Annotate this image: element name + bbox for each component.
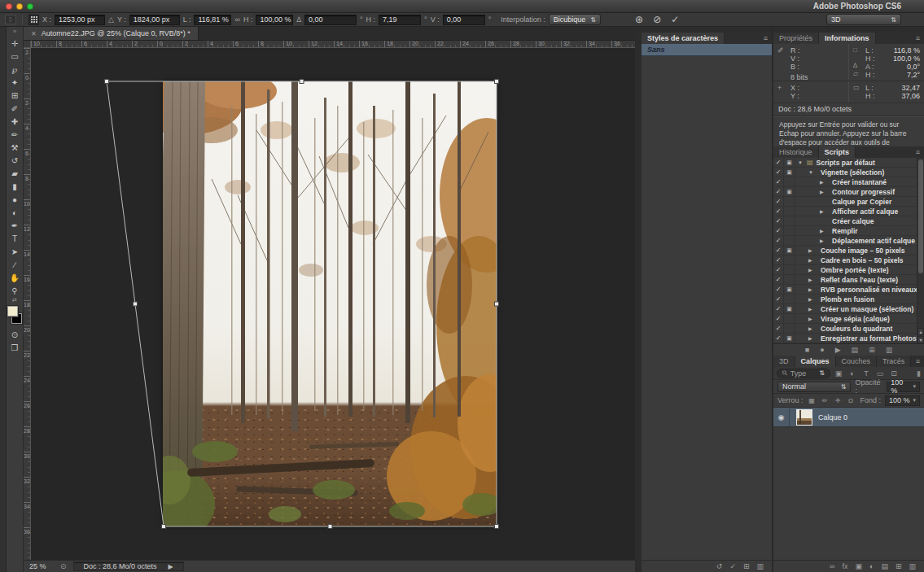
type-tool[interactable]: T (7, 232, 23, 245)
action-enabled-checkbox[interactable]: ✓ (773, 314, 784, 323)
tab-character-styles[interactable]: Styles de caractères (642, 33, 725, 44)
expand-arrow-icon[interactable]: ▼ (798, 160, 804, 165)
action-dialog-toggle[interactable]: ▣ (784, 168, 795, 177)
layer-thumbnail[interactable] (796, 409, 812, 426)
action-row[interactable]: ✓ ▶ Déplacement actif calque (773, 236, 924, 246)
panel-tab[interactable]: Tracés (877, 356, 911, 367)
action-enabled-checkbox[interactable]: ✓ (773, 226, 784, 235)
action-row[interactable]: ✓ ▣ ▶ Enregistrer au format Photoshop PD… (773, 334, 924, 343)
blend-mode-dropdown[interactable]: Normal ⇅ (777, 382, 851, 392)
action-row[interactable]: ✓ ▶ Afficher actif calque (773, 207, 924, 216)
dodge-tool[interactable]: ◐ (7, 206, 23, 219)
lasso-tool[interactable]: ℘ (7, 63, 23, 76)
close-tab-icon[interactable]: ✕ (31, 30, 37, 37)
window-minimize-button[interactable] (16, 3, 23, 10)
interpolation-dropdown[interactable]: Bicubique ⇅ (549, 14, 601, 25)
brush-tool[interactable]: ✏ (7, 128, 23, 141)
action-enabled-checkbox[interactable]: ✓ (773, 177, 784, 186)
expand-arrow-icon[interactable]: ▶ (808, 277, 814, 282)
action-row[interactable]: ✓ ▣ ▼ Vignette (sélection) (773, 168, 924, 177)
action-dialog-toggle[interactable] (784, 207, 795, 216)
line-tool[interactable]: ∕ (7, 258, 23, 271)
new-group-icon[interactable]: ▤ (881, 562, 888, 570)
expand-arrow-icon[interactable]: ▶ (808, 296, 814, 302)
undo-icon[interactable]: ↺ (716, 562, 723, 570)
action-row[interactable]: ✓ Calque par Copier (773, 197, 924, 207)
action-enabled-checkbox[interactable]: ✓ (773, 304, 784, 313)
fill-field[interactable]: 100 % ▾ (885, 395, 920, 406)
panel-tab[interactable]: Scripts (819, 146, 856, 158)
panel-tab[interactable]: Informations (819, 33, 876, 44)
layer-filter-type-dropdown[interactable]: ⚲ Type ⇅ (777, 369, 830, 378)
panel-menu-icon[interactable]: ≡ (760, 33, 772, 44)
expand-arrow-icon[interactable]: ▶ (808, 267, 814, 273)
action-dialog-toggle[interactable] (784, 275, 795, 284)
quick-selection-tool[interactable]: ✦ (7, 76, 23, 89)
action-enabled-checkbox[interactable]: ✓ (773, 275, 784, 284)
panel-tab[interactable]: Calques (795, 356, 836, 367)
action-row[interactable]: ✓ ▣ ▶ Contour progressif (773, 187, 924, 197)
scroll-down-icon[interactable]: ▾ (917, 336, 924, 343)
panel-menu-icon[interactable]: ≡ (912, 356, 924, 367)
commit-icon[interactable]: ✓ (729, 562, 736, 570)
filter-pixel-layers-icon[interactable]: ▣ (833, 369, 844, 378)
action-row[interactable]: ✓ ▣ ▶ Couche image – 50 pixels (773, 246, 924, 255)
action-row[interactable]: ✓ ▶ Ombre portée (texte) (773, 265, 924, 275)
v-skew-field[interactable]: 0,00 (443, 15, 485, 25)
expand-arrow-icon[interactable]: ▶ (808, 257, 814, 263)
scroll-up-icon[interactable]: ▴ (917, 328, 924, 335)
scrollbar-thumb[interactable] (918, 159, 923, 273)
new-set-folder-icon[interactable]: ▤ (852, 346, 859, 354)
eyedropper-tool[interactable]: ✐ (7, 102, 23, 115)
lock-transparency-icon[interactable]: ▦ (808, 397, 817, 404)
new-style-icon[interactable]: ⊞ (743, 562, 750, 570)
window-close-button[interactable] (6, 3, 12, 10)
expand-arrow-icon[interactable]: ▶ (808, 247, 814, 253)
expand-arrow-icon[interactable]: ▶ (808, 316, 814, 321)
panel-tab[interactable]: Propriétés (773, 33, 819, 44)
canvas-image[interactable] (163, 81, 497, 526)
action-row[interactable]: ✓ ▶ Virage sépia (calque) (773, 314, 924, 324)
quick-mask-button[interactable]: ⊙ (7, 328, 23, 341)
lock-pixels-icon[interactable]: ✏ (821, 397, 830, 404)
action-enabled-checkbox[interactable]: ✓ (773, 255, 784, 264)
panel-menu-icon[interactable]: ≡ (912, 146, 924, 158)
expand-arrow-icon[interactable]: ▶ (820, 238, 825, 243)
action-dialog-toggle[interactable] (784, 216, 795, 225)
clone-stamp-tool[interactable]: ⚒ (7, 141, 23, 154)
new-layer-icon[interactable]: ⊞ (896, 562, 902, 570)
path-selection-tool[interactable]: ➤ (7, 245, 23, 258)
action-row[interactable]: ✓ ▣ ▶ Créer un masque (sélection) (773, 304, 924, 314)
expand-arrow-icon[interactable]: ▶ (808, 286, 814, 292)
foreground-color-swatch[interactable] (7, 306, 18, 317)
toolbar-collapse-icon[interactable]: » (7, 27, 23, 37)
action-row[interactable]: ✓ ▣ ▶ RVB personnalisé en niveaux de gri… (773, 285, 924, 295)
warp-mode-button[interactable]: ⊛ (635, 14, 643, 25)
action-enabled-checkbox[interactable]: ✓ (773, 265, 784, 274)
expand-arrow-icon[interactable]: ▼ (808, 170, 814, 175)
scale-height-field[interactable]: 100,00 % (256, 15, 293, 25)
action-dialog-toggle[interactable]: ▣ (784, 334, 795, 343)
delete-icon[interactable]: ▥ (886, 346, 893, 354)
action-dialog-toggle[interactable]: ▣ (784, 246, 795, 255)
action-enabled-checkbox[interactable]: ✓ (773, 295, 784, 303)
action-enabled-checkbox[interactable]: ✓ (773, 285, 784, 294)
action-row[interactable]: ✓ ▶ Plomb en fusion (773, 295, 924, 304)
rotation-angle-field[interactable]: 0,00 (304, 15, 357, 25)
tool-preset-picker[interactable]: ▯ (5, 15, 16, 24)
zoom-level-field[interactable]: 25 % (29, 562, 54, 570)
action-dialog-toggle[interactable] (784, 197, 795, 206)
cancel-transform-button[interactable]: ⊘ (653, 14, 661, 25)
hand-tool[interactable]: ✋ (7, 271, 23, 284)
character-style-item[interactable]: Sans (642, 44, 772, 56)
gradient-tool[interactable]: ▮ (7, 180, 23, 193)
commit-transform-button[interactable]: ✓ (671, 14, 679, 25)
expand-arrow-icon[interactable]: ▶ (808, 325, 814, 331)
action-enabled-checkbox[interactable]: ✓ (773, 334, 784, 343)
action-dialog-toggle[interactable] (784, 295, 795, 303)
layer-visibility-eye-icon[interactable]: ◉ (773, 408, 790, 426)
link-layers-icon[interactable]: ∞ (830, 562, 834, 570)
panel-tab[interactable]: 3D (773, 356, 795, 367)
reference-point-locator[interactable] (28, 15, 39, 25)
action-enabled-checkbox[interactable]: ✓ (773, 197, 784, 206)
